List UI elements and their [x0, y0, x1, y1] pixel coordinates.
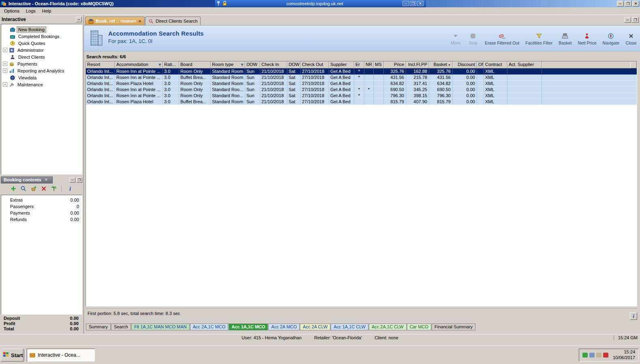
booking-contents-row[interactable]: Passengers0	[1, 203, 82, 210]
rdp-minimize-button[interactable]: ─	[402, 1, 409, 6]
bottom-tab-search[interactable]: Search	[111, 324, 131, 330]
menu-item-help[interactable]: Help	[39, 8, 55, 14]
grid-options-button[interactable]	[630, 62, 637, 68]
column-header-dow[interactable]: DOW	[245, 62, 260, 68]
close-tab-icon[interactable]: ✕	[138, 19, 141, 23]
bottom-tab-acc-2a-mco[interactable]: Acc 2A MCO	[268, 324, 300, 330]
bc-tool-info-icon[interactable]: i	[66, 185, 74, 192]
bc-tool-delete-icon[interactable]	[40, 185, 47, 192]
booking-contents-row[interactable]: Extras0.00	[1, 197, 82, 203]
minimize-document-button[interactable]: ─	[624, 17, 631, 23]
booking-contents-title-tab[interactable]: Booking contents ✕	[1, 177, 53, 183]
bottom-tab-financial-summary[interactable]: Financial Summary	[432, 324, 475, 330]
toolbar-button-nett-price[interactable]: Nett Price	[578, 32, 596, 45]
bottom-tab-acc-2a-1c-clw[interactable]: Acc 2A,1C CLW	[369, 324, 407, 330]
bc-tool-palm-icon[interactable]	[50, 185, 58, 192]
column-header-board[interactable]: Board	[179, 62, 211, 68]
bottom-tab-acc-1a-1c-clw[interactable]: Acc 1A,1C CLW	[331, 324, 368, 330]
booking-contents-row[interactable]: Payments0.00	[1, 210, 82, 216]
bottom-tab-summary[interactable]: Summary	[86, 324, 111, 330]
column-header-of[interactable]: Of	[477, 62, 484, 68]
bottom-tab-car-mco[interactable]: Car MCO	[407, 324, 431, 330]
column-header-accommodation[interactable]: Accommodation	[115, 62, 163, 68]
sidebar-item-quick-quotes[interactable]: Quick Quotes	[1, 40, 82, 47]
expand-plus-icon[interactable]: +	[3, 62, 7, 66]
cell-dow: Sun	[245, 87, 260, 92]
restore-document-button[interactable]: ❐	[632, 17, 639, 23]
toolbar-button-close[interactable]: Close	[625, 32, 637, 45]
toolbar-divider	[62, 185, 62, 192]
tab-book-ref-none[interactable]: Book. ref .: <none>✕	[85, 17, 145, 25]
booking-contents-row[interactable]: Refunds0.00	[1, 216, 82, 223]
bottom-tab-acc-2a-1c-mco[interactable]: Acc 2A,1C MCO	[190, 324, 229, 330]
bottom-tab-acc-2a-clw[interactable]: Acc 2A CLW	[300, 324, 330, 330]
sidebar-item-new-booking[interactable]: New Booking	[1, 26, 82, 33]
column-header-check-in[interactable]: Check In	[260, 62, 287, 68]
column-header-act-supplier[interactable]: Act. Supplier	[507, 62, 542, 68]
display-icon[interactable]	[589, 353, 595, 358]
sidebar-item-payments[interactable]: +Payments	[1, 60, 82, 67]
filter-funnel-icon[interactable]	[158, 63, 162, 68]
expand-plus-icon[interactable]: +	[3, 48, 7, 52]
table-row[interactable]: Orlando Int...Rosen Plaza Hotel3.0Room O…	[86, 81, 637, 87]
menu-item-options[interactable]: Options	[1, 8, 23, 14]
bottom-tab-flt-1a-1c-man-mco-man[interactable]: Flt 1A,1C MAN MCO MAN	[131, 324, 190, 330]
sidebar-item-direct-clients[interactable]: Direct Clients	[1, 53, 82, 60]
rdp-close-button[interactable]: ✕	[417, 1, 424, 6]
column-header-supplier[interactable]: Supplier	[329, 62, 354, 68]
column-header-resort[interactable]: Resort	[86, 62, 115, 68]
sidebar-item-maintenance[interactable]: +Maintenance	[1, 81, 82, 88]
column-header-rati[interactable]: Rati...	[163, 62, 179, 68]
rdp-connection-bar[interactable]: comostreetrdp.topdog.uk.net ─❐✕	[214, 0, 426, 7]
expand-plus-icon[interactable]: +	[3, 82, 7, 87]
column-header-contract[interactable]: Contract	[484, 62, 507, 68]
bc-tool-basket-add-icon[interactable]	[30, 185, 37, 192]
table-row[interactable]: Orlando Int...Rosen Plaza Hotel3.0Buffet…	[86, 99, 637, 105]
toolbar-button-basket[interactable]: Basket	[559, 32, 572, 45]
column-header-basket[interactable]: Basket▼	[429, 62, 453, 68]
menu-item-logs[interactable]: Logs	[23, 8, 39, 14]
status-green-icon[interactable]	[582, 353, 588, 358]
restore-window-button[interactable]: ❐	[625, 1, 631, 6]
table-row[interactable]: Orlando Int...Rosen Inn at Pointe ...3.0…	[86, 87, 637, 93]
column-header-nr[interactable]: NR	[364, 62, 374, 68]
column-header-incl-fl-pp[interactable]: Incl.Fl.PP	[406, 62, 429, 68]
tab-direct-clients-search[interactable]: Direct Clients Search	[145, 17, 201, 25]
sidebar-item-viewdata[interactable]: Viewdata	[1, 74, 82, 81]
minimize-window-button[interactable]: ─	[617, 1, 624, 6]
column-header-er[interactable]: Er	[354, 62, 364, 68]
toolbar-button-erase-filtered-out[interactable]: Erase Filtered Out	[485, 32, 519, 45]
start-button[interactable]: Start	[1, 349, 24, 362]
mail-icon[interactable]	[596, 353, 601, 358]
sidebar-item-reporting-and-analytics[interactable]: +Reporting and Analytics	[1, 67, 82, 74]
bc-tool-add-icon[interactable]	[10, 185, 17, 192]
column-header-ms[interactable]: MS	[374, 62, 384, 68]
rdp-restore-button[interactable]: ❐	[410, 1, 416, 6]
column-header-dow[interactable]: DOW	[287, 62, 301, 68]
toolbar-button-facilities-filter[interactable]: Facilities Filter	[525, 32, 552, 45]
table-row[interactable]: Orlando Int...Rosen Inn at Pointe ...3.0…	[86, 93, 637, 99]
booking-contents-title: Booking contents	[4, 177, 41, 182]
close-window-button[interactable]: ✕	[632, 1, 639, 6]
info-button[interactable]: i	[630, 312, 637, 320]
sidebar-item-completed-bookings[interactable]: Completed Bookings	[1, 33, 82, 40]
table-row[interactable]: Orlando Int...Rosen Inn at Pointe ...3.0…	[86, 68, 637, 75]
column-header-room-type[interactable]: Room type	[211, 62, 245, 68]
column-header-price[interactable]: Price	[384, 62, 406, 68]
expand-plus-icon[interactable]: +	[3, 68, 7, 73]
column-header-check-out[interactable]: Check Out	[301, 62, 329, 68]
taskbar-task-button[interactable]: Interactive - Ocea...	[27, 349, 95, 362]
alert-red-icon[interactable]	[603, 353, 608, 358]
close-panel-icon[interactable]: ✕	[45, 178, 48, 182]
filter-funnel-icon[interactable]	[240, 63, 244, 68]
toolbar-button-navigate[interactable]: Navigate	[603, 32, 619, 45]
minimize-panel-button[interactable]: ─	[69, 177, 75, 183]
sidebar-item-administrator[interactable]: +Administrator	[1, 47, 82, 53]
table-row[interactable]: Orlando Int...Rosen Inn at Pointe ...3.0…	[86, 75, 637, 81]
column-header-discount[interactable]: Discount	[453, 62, 477, 68]
pin-icon[interactable]	[216, 0, 220, 7]
bc-tool-search-person-icon[interactable]	[20, 185, 27, 192]
bottom-tab-acc-1a-1c-mco[interactable]: Acc 1A,1C MCO	[229, 324, 268, 330]
restore-panel-button[interactable]: ❐	[76, 177, 82, 183]
sidebar-collapse-button[interactable]: ─	[76, 17, 82, 22]
